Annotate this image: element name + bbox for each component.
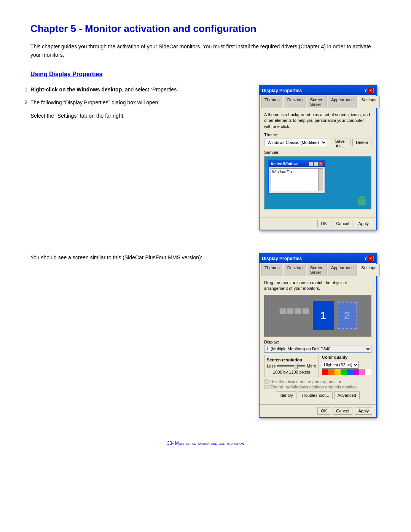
resolution-pixels: 1600 by 1200 pixels <box>267 370 316 374</box>
tab-themes[interactable]: Themes <box>261 96 283 108</box>
step-1: Right-click on the Windows desktop, and … <box>30 85 247 94</box>
aw-minimize[interactable]: _ <box>309 162 313 166</box>
dialog2-title: Display Properties <box>262 256 302 261</box>
recycle-bin-icon <box>356 194 368 206</box>
tab2-settings[interactable]: Settings <box>358 264 380 276</box>
help-icon-2[interactable]: ? <box>364 256 367 261</box>
checkbox-row-1: Use this device as the primary monitor. <box>264 379 371 384</box>
svg-rect-0 <box>358 198 366 205</box>
dialog2-content: Drag the monitor icons to match the phys… <box>260 276 376 404</box>
intro-paragraph: This chapter guides you through the acti… <box>30 42 381 59</box>
extend-desktop-checkbox[interactable] <box>264 385 269 389</box>
delete-button[interactable]: Delete <box>352 139 371 146</box>
left-column-2: You should see a screen similar to this … <box>30 253 247 425</box>
drag-instruction: Drag the monitor icons to match the phys… <box>264 280 371 292</box>
right-column-1: Display Properties ? ✕ Themes Desktop Sc… <box>259 85 381 238</box>
scrollbar[interactable] <box>318 169 323 191</box>
step2-text: The following “Display Properties” dialo… <box>30 99 159 105</box>
active-window-demo: Active Window _ □ ✕ Window Text <box>268 160 325 193</box>
active-window-label: Active Window <box>271 162 298 166</box>
dialog1-content: A theme is a background plus a set of so… <box>260 108 376 217</box>
color-title: Color quality <box>322 355 371 359</box>
monitor-display-area: 1 2 <box>264 295 371 337</box>
dialog1-title: Display Properties <box>262 88 302 93</box>
step-2: The following “Display Properties” dialo… <box>30 98 247 107</box>
aw-maximize[interactable]: □ <box>314 162 318 166</box>
display-label: Display: <box>264 340 371 344</box>
monitor1-number: 1 <box>320 310 326 322</box>
footer-text: 33- Monitor activation and configuration <box>30 441 381 446</box>
dialog1-titlebar: Display Properties ? ✕ <box>260 86 376 95</box>
mini-monitor-2 <box>287 308 294 314</box>
section1-title: Using Display Properties <box>30 71 381 78</box>
dialog-box-2: Display Properties ? ✕ Themes Desktop Sc… <box>259 253 377 418</box>
help-icon[interactable]: ? <box>364 88 367 93</box>
active-window-controls: _ □ ✕ <box>309 162 323 166</box>
dialog1-description: A theme is a background plus a set of so… <box>264 112 371 129</box>
save-as-button[interactable]: Save As... <box>329 139 351 146</box>
dialog1-title-buttons: ? ✕ <box>364 88 374 93</box>
monitor-icon-2[interactable]: 2 <box>338 302 357 329</box>
troubleshoot-button[interactable]: Troubleshoot... <box>298 391 333 399</box>
tab2-screensaver[interactable]: Screen Saver <box>307 264 327 276</box>
cancel-button-1[interactable]: Cancel <box>333 220 352 227</box>
dialog1-tabs: Themes Desktop Screen Saver Appearance S… <box>260 95 376 108</box>
display-select[interactable]: 1. (Multiple Monitors) on Dell D840 <box>264 345 371 353</box>
resolution-title: Screen resolution <box>267 358 316 362</box>
ok-button-1[interactable]: OK <box>317 220 330 227</box>
step3-bold: Select the “Settings” tab <box>30 113 87 119</box>
advanced-button[interactable]: Advanced <box>334 391 360 399</box>
dialog-box-1: Display Properties ? ✕ Themes Desktop Sc… <box>259 85 377 230</box>
aw-close[interactable]: ✕ <box>319 162 323 166</box>
active-window-content: Window Text <box>271 168 323 191</box>
checkbox-row-2: Extend my Windows desktop onto this moni… <box>264 385 371 389</box>
tab-settings[interactable]: Settings <box>358 96 380 108</box>
dialog2-titlebar: Display Properties ? ✕ <box>260 254 376 263</box>
left-column-1: Right-click on the Windows desktop, and … <box>30 85 247 238</box>
color-select[interactable]: Highest (32 bit) <box>322 361 359 369</box>
desktop-icon <box>356 194 368 206</box>
cancel-button-2[interactable]: Cancel <box>333 407 352 415</box>
sample-label: Sample: <box>264 150 371 155</box>
tab2-appearance[interactable]: Appearance <box>328 264 357 276</box>
content-row-2: You should see a screen similar to this … <box>30 253 381 425</box>
theme-select[interactable]: Windows Classic (Modified) <box>264 139 327 146</box>
section2-description: You should see a screen similar to this … <box>30 253 247 262</box>
active-window-titlebar: Active Window _ □ ✕ <box>269 161 325 167</box>
resolution-slider-thumb[interactable] <box>294 364 298 369</box>
identify-button[interactable]: Identify <box>276 391 296 399</box>
step1-rest: , and select “Properties”. <box>122 86 180 93</box>
less-label: Less <box>267 364 276 368</box>
chapter-title: Chapter 5 - Monitor activation and confi… <box>30 23 381 35</box>
monitor-icon-1[interactable]: 1 <box>313 301 334 330</box>
tab2-desktop[interactable]: Desktop <box>284 264 306 276</box>
dialog2-title-buttons: ? ✕ <box>364 256 374 261</box>
resolution-group: Screen resolution Less More 1600 by 1200… <box>264 355 319 377</box>
more-label: More <box>307 364 316 368</box>
content-row-1: Right-click on the Windows desktop, and … <box>30 85 381 238</box>
step3-container: Select the “Settings” tab on the far rig… <box>30 112 247 120</box>
dialog1-close-button[interactable]: ✕ <box>368 88 374 93</box>
color-bars <box>322 369 371 375</box>
tab-appearance[interactable]: Appearance <box>328 96 357 108</box>
dialog2-close-button[interactable]: ✕ <box>368 256 374 261</box>
mini-monitor-1 <box>279 308 286 314</box>
slider-row: Less More <box>267 364 316 368</box>
dialog1-bottom-buttons: OK Cancel Apply <box>260 217 376 230</box>
apply-button-2[interactable]: Apply <box>355 407 372 415</box>
resolution-slider-track <box>277 365 305 367</box>
primary-monitor-checkbox[interactable] <box>264 379 269 384</box>
sample-area: Active Window _ □ ✕ Window Text <box>264 156 371 209</box>
step3-rest: on the far right. <box>87 113 124 119</box>
tab-screensaver[interactable]: Screen Saver <box>307 96 327 108</box>
display-field-group: Display: 1. (Multiple Monitors) on Dell … <box>264 340 371 353</box>
dialog2-bottom-buttons: OK Cancel Apply <box>260 404 376 417</box>
mini-monitor-4 <box>302 308 309 314</box>
color-group: Color quality Highest (32 bit) <box>322 355 371 377</box>
dialog2-tabs: Themes Desktop Screen Saver Appearance S… <box>260 263 376 276</box>
apply-button-1[interactable]: Apply <box>355 220 372 227</box>
tab2-themes[interactable]: Themes <box>261 264 283 276</box>
tab-desktop[interactable]: Desktop <box>284 96 306 108</box>
dialog2-middle-buttons: Identify Troubleshoot... Advanced <box>264 391 371 399</box>
ok-button-2[interactable]: OK <box>317 407 330 415</box>
